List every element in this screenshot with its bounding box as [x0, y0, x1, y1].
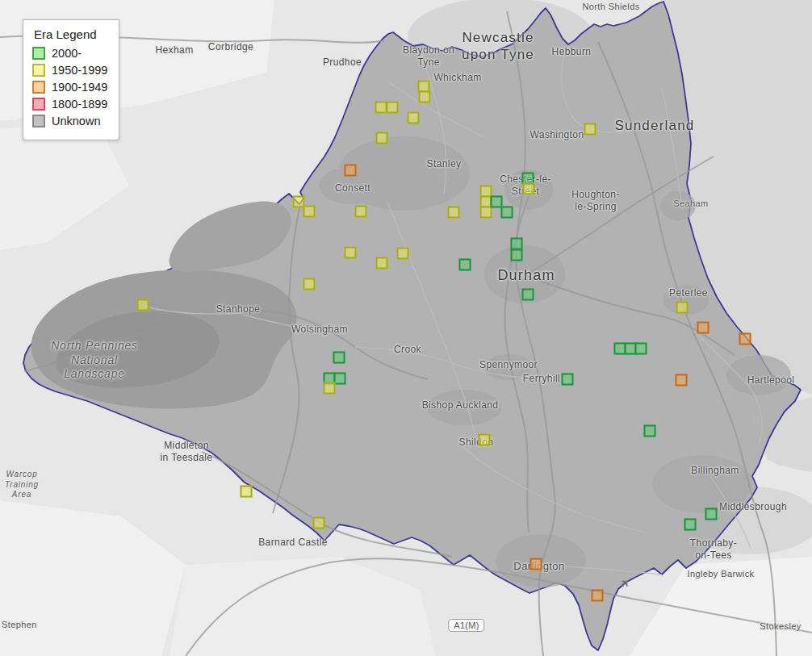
era-marker-2000[interactable]	[522, 289, 534, 301]
legend-label: 2000-	[52, 47, 82, 60]
era-marker-1950[interactable]	[376, 132, 388, 144]
era-marker-1950[interactable]	[479, 434, 491, 446]
legend-swatch-1800-icon	[32, 98, 45, 111]
legend-row-2000: 2000-	[32, 47, 107, 60]
era-marker-1950[interactable]	[523, 183, 535, 195]
legend-swatch-1900-icon	[32, 81, 45, 94]
era-marker-2000[interactable]	[511, 249, 523, 261]
era-marker-1950[interactable]	[584, 123, 596, 136]
marker-layer	[0, 0, 812, 656]
legend-label: 1900-1949	[52, 81, 107, 94]
legend-row-1900: 1900-1949	[32, 81, 107, 94]
legend-label: Unknown	[52, 115, 100, 127]
legend-row-1950: 1950-1999	[32, 64, 107, 77]
era-marker-1900[interactable]	[592, 590, 604, 602]
era-marker-2000[interactable]	[684, 519, 697, 531]
era-marker-1950[interactable]	[355, 206, 367, 218]
era-marker-1950[interactable]	[313, 517, 325, 529]
legend-swatch-2000-icon	[32, 47, 45, 60]
era-marker-1950[interactable]	[387, 102, 399, 114]
era-marker-2000[interactable]	[644, 425, 656, 437]
legend-label: 1800-1899	[52, 98, 107, 111]
era-marker-1950[interactable]	[375, 102, 387, 114]
era-marker-1900[interactable]	[345, 165, 357, 177]
legend-swatch-unknown-icon	[32, 115, 45, 127]
era-marker-1900[interactable]	[697, 322, 709, 334]
era-marker-2000[interactable]	[511, 238, 523, 250]
legend-title: Era Legend	[34, 27, 107, 41]
era-marker-1900[interactable]	[530, 558, 542, 570]
legend-swatch-1950-icon	[32, 64, 45, 77]
era-marker-2000[interactable]	[333, 352, 345, 364]
era-marker-1950[interactable]	[303, 206, 316, 218]
era-marker-1950[interactable]	[241, 486, 253, 498]
era-marker-1950[interactable]	[376, 257, 388, 270]
era-marker-1950[interactable]	[345, 247, 357, 259]
legend-row-1800: 1800-1899	[32, 98, 107, 111]
legend-label: 1950-1999	[52, 64, 107, 77]
era-marker-1900[interactable]	[739, 333, 751, 345]
era-marker-1950[interactable]	[408, 112, 420, 124]
era-marker-1950[interactable]	[303, 278, 316, 290]
map-canvas[interactable]: Newcastleupon TyneNorth ShieldsHebburnSu…	[0, 0, 812, 656]
era-marker-1900[interactable]	[676, 374, 688, 386]
era-marker-2000[interactable]	[705, 508, 718, 520]
era-marker-2000[interactable]	[501, 207, 513, 219]
era-marker-1950[interactable]	[480, 207, 492, 219]
legend-row-unknown: Unknown	[32, 115, 107, 127]
era-marker-2000[interactable]	[635, 343, 647, 355]
era-legend: Era Legend 2000- 1950-1999 1900-1949 180…	[23, 19, 119, 140]
era-marker-1950[interactable]	[397, 248, 409, 260]
era-marker-2000[interactable]	[459, 259, 471, 271]
era-marker-2000[interactable]	[334, 373, 346, 385]
era-marker-1950[interactable]	[448, 207, 460, 219]
era-marker-1950[interactable]	[324, 382, 336, 395]
era-marker-2000[interactable]	[562, 374, 574, 386]
era-marker-1950[interactable]	[676, 302, 689, 314]
era-marker-1950[interactable]	[137, 299, 149, 311]
era-marker-1950[interactable]	[419, 91, 431, 103]
